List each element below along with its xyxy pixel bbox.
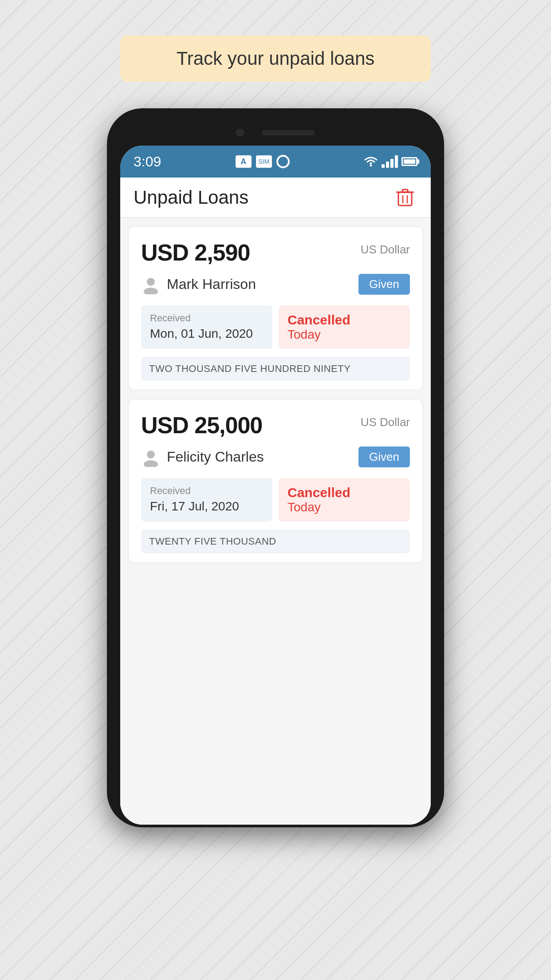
- status-icon-a-letter: A: [240, 157, 246, 166]
- app-header: Unpaid Loans: [120, 178, 431, 217]
- loan-2-currency: US Dollar: [361, 412, 410, 429]
- banner: Track your unpaid loans: [120, 36, 431, 82]
- signal-bar-3: [390, 159, 394, 168]
- loan-2-person-row: Felicity Charles Given: [141, 447, 410, 467]
- loan-card-2-top: USD 25,000 US Dollar: [141, 412, 410, 439]
- wifi-svg: [364, 157, 378, 166]
- loan-1-description: TWO THOUSAND FIVE HUNDRED NINETY: [141, 357, 410, 381]
- loan-1-currency: US Dollar: [361, 239, 410, 257]
- phone-screen: 3:09 A SIM: [120, 146, 431, 825]
- loan-1-cancelled-date: Today: [287, 328, 321, 342]
- person-avatar-1: [141, 275, 161, 294]
- signal-bar-4: [395, 155, 398, 168]
- loan-2-cancelled-box: Cancelled Today: [279, 478, 410, 522]
- loan-2-received-box: Received Fri, 17 Jul, 2020: [141, 478, 272, 522]
- svg-point-0: [370, 165, 372, 167]
- phone-top-bar: [120, 122, 431, 144]
- phone-speaker: [262, 130, 315, 135]
- loan-card-1[interactable]: USD 2,590 US Dollar Mark Harrison Given: [128, 226, 423, 390]
- loan-2-person-name: Felicity Charles: [167, 449, 264, 465]
- banner-text: Track your unpaid loans: [177, 48, 375, 69]
- status-bar: 3:09 A SIM: [120, 146, 431, 178]
- app-content: USD 2,590 US Dollar Mark Harrison Given: [120, 217, 431, 825]
- loan-1-received-box: Received Mon, 01 Jun, 2020: [141, 305, 272, 349]
- delete-button[interactable]: [393, 185, 417, 210]
- trash-icon: [396, 188, 414, 207]
- loan-card-2[interactable]: USD 25,000 US Dollar Felicity Charles Gi…: [128, 399, 423, 563]
- person-avatar-2: [141, 447, 161, 467]
- signal-bar-2: [386, 162, 389, 168]
- page-container: Track your unpaid loans 3:09 A SIM: [0, 0, 551, 980]
- loan-1-given-badge[interactable]: Given: [358, 274, 410, 295]
- loan-2-received-date: Fri, 17 Jul, 2020: [150, 499, 264, 514]
- phone-camera: [236, 129, 244, 137]
- svg-rect-1: [398, 192, 412, 205]
- phone-frame: 3:09 A SIM: [107, 108, 444, 827]
- loan-2-cancelled-date: Today: [287, 500, 321, 514]
- app-title: Unpaid Loans: [134, 187, 248, 208]
- signal-icon: [382, 155, 398, 168]
- status-icon-circle: [276, 155, 290, 168]
- loan-card-1-top: USD 2,590 US Dollar: [141, 239, 410, 266]
- status-icons: A SIM: [236, 155, 290, 168]
- loan-2-person-info: Felicity Charles: [141, 447, 264, 467]
- svg-point-7: [144, 288, 158, 294]
- loan-1-person-info: Mark Harrison: [141, 275, 256, 294]
- loan-1-person-name: Mark Harrison: [167, 276, 256, 292]
- loan-2-amount: USD 25,000: [141, 412, 262, 439]
- status-right-icons: [364, 155, 417, 168]
- loan-1-cancelled-label: Cancelled: [287, 312, 350, 328]
- wifi-icon: [364, 157, 378, 166]
- battery-fill: [404, 159, 415, 164]
- svg-point-9: [144, 460, 158, 467]
- loan-1-dates-row: Received Mon, 01 Jun, 2020 Cancelled Tod…: [141, 305, 410, 349]
- svg-point-6: [147, 278, 155, 286]
- loan-1-received-label: Received: [150, 312, 264, 324]
- loan-1-received-date: Mon, 01 Jun, 2020: [150, 327, 264, 341]
- loan-1-person-row: Mark Harrison Given: [141, 274, 410, 295]
- loan-2-received-label: Received: [150, 485, 264, 497]
- loan-2-cancelled-label: Cancelled: [287, 485, 350, 500]
- signal-bar-1: [382, 164, 385, 168]
- loan-2-dates-row: Received Fri, 17 Jul, 2020 Cancelled Tod…: [141, 478, 410, 522]
- status-icon-a: A: [236, 155, 252, 168]
- status-time: 3:09: [134, 154, 161, 170]
- status-icon-sim: SIM: [256, 155, 272, 168]
- svg-point-8: [147, 450, 155, 458]
- loan-2-description: TWENTY FIVE THOUSAND: [141, 530, 410, 553]
- loan-1-cancelled-box: Cancelled Today: [279, 305, 410, 349]
- loan-1-amount: USD 2,590: [141, 239, 250, 266]
- loan-2-given-badge[interactable]: Given: [358, 447, 410, 467]
- battery-icon: [401, 157, 417, 166]
